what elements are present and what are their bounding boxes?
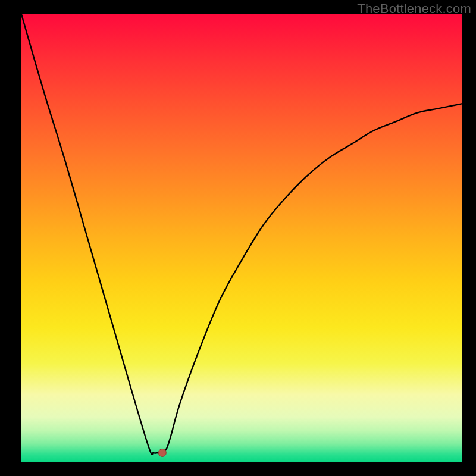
optimal-point-marker — [158, 449, 166, 456]
watermark-text: TheBottleneck.com — [357, 1, 471, 17]
bottleneck-chart — [21, 14, 462, 462]
chart-frame: TheBottleneck.com — [0, 0, 476, 476]
